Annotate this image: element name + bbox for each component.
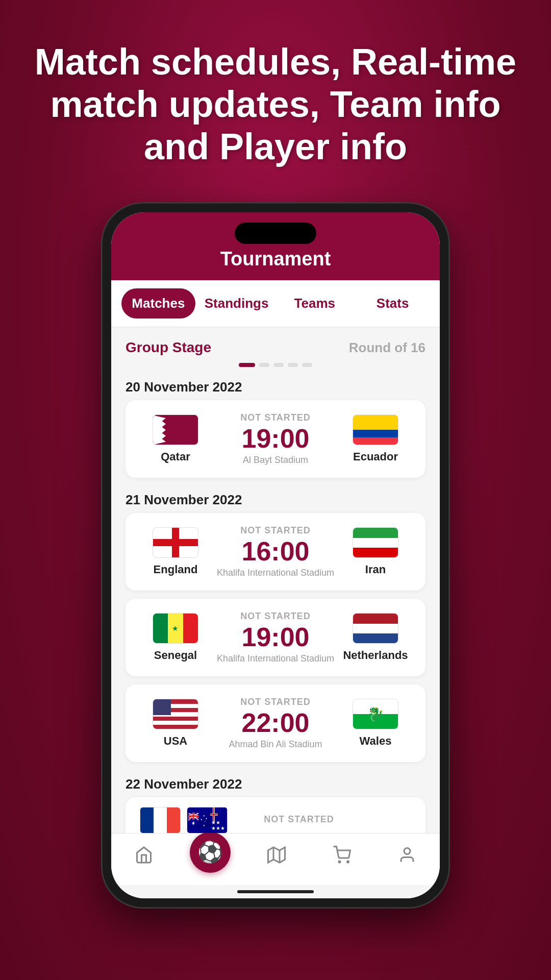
- senegal-yellow-stripe: ★: [168, 614, 183, 643]
- cart-icon: [333, 846, 351, 869]
- dot-2[interactable]: [259, 363, 269, 367]
- netherlands-red-stripe: [353, 614, 398, 623]
- match-info-3: NOT STARTED 19:00 Khalifa International …: [211, 611, 340, 664]
- iran-red-stripe: [353, 548, 398, 557]
- senegal-red-stripe: [183, 614, 198, 643]
- flag-england: [153, 527, 198, 558]
- bottom-nav: ⚽: [111, 833, 440, 885]
- team-name-usa: USA: [164, 734, 187, 748]
- dynamic-island: [235, 223, 316, 244]
- time-3: 19:00: [242, 624, 310, 650]
- dot-3[interactable]: [273, 363, 284, 367]
- stage-dots: [126, 360, 425, 373]
- date-header-3: 22 November 2022: [126, 770, 425, 797]
- promo-header: Match schedules, Real-time match updates…: [0, 0, 551, 188]
- nav-home[interactable]: [124, 842, 163, 873]
- team-away-iran: Iran: [340, 527, 411, 576]
- dot-5[interactable]: [302, 363, 312, 367]
- team-home-senegal: ★ Senegal: [140, 613, 211, 662]
- match-card-qatar-ecuador[interactable]: Qatar NOT STARTED 19:00 Al Bayt Stadium: [126, 400, 425, 478]
- nav-soccer-ball[interactable]: ⚽: [190, 832, 231, 873]
- stadium-4: Ahmad Bin Ali Stadium: [229, 739, 322, 750]
- usa-canton: [153, 699, 171, 715]
- stadium-1: Al Bayt Stadium: [243, 455, 308, 465]
- tab-stats[interactable]: Stats: [356, 288, 430, 318]
- flag-australia-partial: ★★★★★: [187, 807, 228, 833]
- svg-point-3: [339, 861, 340, 863]
- tab-bar: Matches Standings Teams Stats: [111, 280, 440, 327]
- home-icon: [135, 846, 153, 869]
- stadium-3: Khalifa International Stadium: [217, 653, 334, 664]
- round-label[interactable]: Round of 16: [349, 340, 425, 356]
- tab-matches[interactable]: Matches: [121, 288, 195, 318]
- flag-iran: [353, 527, 398, 558]
- match-card-england-iran[interactable]: England NOT STARTED 16:00 Khalifa Intern…: [126, 513, 425, 591]
- content-area: Group Stage Round of 16 20 November 2022: [111, 327, 440, 833]
- phone-frame: Tournament Matches Standings Teams Stats: [102, 203, 449, 908]
- team-away-wales: 🐉 Wales: [340, 699, 411, 748]
- flag-qatar: [153, 414, 198, 445]
- flag-france-partial: [140, 807, 181, 833]
- flag-wales: 🐉: [353, 699, 398, 729]
- ecuador-red-stripe: [353, 437, 398, 445]
- promo-title: Match schedules, Real-time match updates…: [31, 41, 520, 167]
- home-indicator: [111, 885, 440, 898]
- stage-label[interactable]: Group Stage: [126, 339, 211, 356]
- status-4: NOT STARTED: [240, 697, 311, 707]
- dot-1[interactable]: [239, 363, 255, 367]
- flag-ecuador: [353, 414, 398, 445]
- ecuador-blue-stripe: [353, 430, 398, 437]
- dot-4[interactable]: [288, 363, 298, 367]
- nav-map[interactable]: [257, 842, 296, 873]
- nav-cart[interactable]: [322, 842, 361, 873]
- status-1: NOT STARTED: [240, 412, 311, 423]
- time-4: 22:00: [242, 709, 310, 736]
- map-icon: [267, 846, 286, 869]
- status-3: NOT STARTED: [240, 611, 311, 622]
- flag-netherlands: [353, 613, 398, 644]
- svg-point-5: [404, 848, 410, 854]
- team-name-qatar: Qatar: [161, 450, 190, 463]
- team-name-iran: Iran: [365, 563, 386, 576]
- app-title: Tournament: [220, 248, 331, 270]
- nav-profile[interactable]: [388, 842, 427, 873]
- tab-teams[interactable]: Teams: [278, 288, 352, 318]
- date-header-2: 21 November 2022: [126, 486, 425, 513]
- stadium-2: Khalifa International Stadium: [217, 568, 334, 578]
- team-name-netherlands: Netherlands: [343, 649, 408, 662]
- match-card-senegal-netherlands[interactable]: ★ Senegal NOT STARTED 19:00 Khalifa Inte…: [126, 599, 425, 676]
- tab-standings[interactable]: Standings: [199, 288, 274, 318]
- team-name-ecuador: Ecuador: [353, 450, 398, 463]
- status-2: NOT STARTED: [240, 525, 311, 536]
- ecuador-yellow-stripe: [353, 415, 398, 430]
- svg-point-4: [347, 861, 349, 863]
- senegal-star: ★: [172, 624, 179, 632]
- team-name-senegal: Senegal: [154, 649, 197, 662]
- team-home-usa: USA: [140, 699, 211, 748]
- phone-container: Tournament Matches Standings Teams Stats: [0, 203, 551, 908]
- flag-usa: [153, 699, 198, 729]
- svg-marker-0: [268, 847, 285, 863]
- match-card-france-australia-partial[interactable]: ★★★★★ NOT STARTED: [126, 797, 425, 833]
- iran-green-stripe: [353, 528, 398, 537]
- netherlands-blue-stripe: [353, 633, 398, 643]
- team-name-wales: Wales: [360, 734, 392, 748]
- profile-icon: [398, 846, 416, 869]
- team-away-netherlands: Netherlands: [340, 613, 411, 662]
- soccer-ball-icon: ⚽: [197, 840, 223, 864]
- match-info-2: NOT STARTED 16:00 Khalifa International …: [211, 525, 340, 578]
- team-home-qatar: Qatar: [140, 414, 211, 463]
- stage-selector: Group Stage Round of 16: [126, 327, 425, 360]
- match-card-usa-wales[interactable]: USA NOT STARTED 22:00 Ahmad Bin Ali Stad…: [126, 684, 425, 762]
- phone-screen: Tournament Matches Standings Teams Stats: [111, 212, 440, 898]
- date-header-1: 20 November 2022: [126, 373, 425, 400]
- team-name-england: England: [154, 563, 198, 576]
- team-home-england: England: [140, 527, 211, 576]
- team-away-ecuador: Ecuador: [340, 414, 411, 463]
- flag-senegal: ★: [153, 613, 198, 644]
- match-info-1: NOT STARTED 19:00 Al Bayt Stadium: [211, 412, 340, 465]
- status-partial: NOT STARTED: [264, 814, 334, 825]
- netherlands-white-stripe: [353, 624, 398, 633]
- wales-dragon-icon: 🐉: [367, 706, 385, 723]
- time-2: 16:00: [242, 538, 310, 565]
